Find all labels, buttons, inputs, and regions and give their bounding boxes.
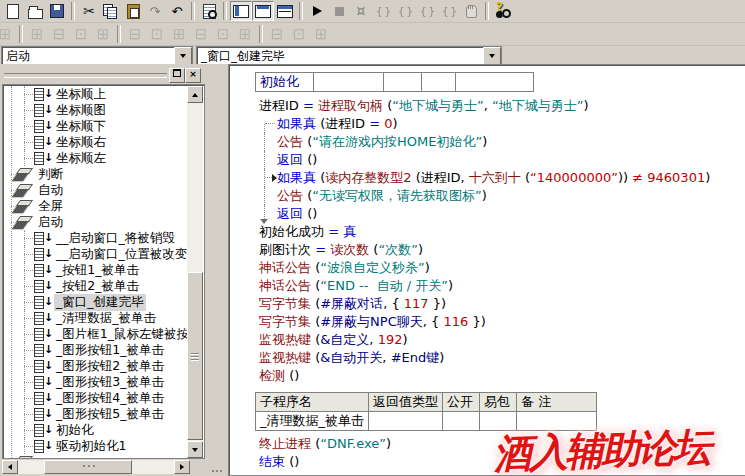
table-cell[interactable] — [456, 73, 534, 92]
code-line[interactable]: 刷图计次 = 读次数 (“次数”) — [231, 241, 745, 259]
tree-item[interactable]: 坐标顺上 — [4, 86, 187, 102]
horizontal-scroll-thumb[interactable] — [44, 460, 132, 474]
panel-float-button[interactable] — [169, 68, 185, 83]
subroutine-icon — [34, 248, 51, 261]
code-line[interactable]: 结束 () — [231, 453, 745, 471]
tree-horizontal-scrollbar[interactable] — [2, 460, 190, 474]
code-line[interactable]: 如果真 (读内存整数型2 (进程ID, 十六到十 (“140000000”)) … — [231, 169, 745, 187]
object-combobox-value[interactable]: 启动 — [2, 47, 174, 65]
object-combobox[interactable]: 启动 — [1, 46, 193, 66]
code-line[interactable]: 返回 () — [231, 151, 745, 169]
vertical-scroll-thumb[interactable] — [187, 272, 203, 440]
code-line[interactable]: 公告 (“请在游戏内按HOME初始化”) — [231, 133, 745, 151]
tree-item[interactable]: _图形按钮2_被单击 — [4, 358, 187, 374]
redo-icon — [146, 3, 164, 19]
tree-item[interactable]: 全屏 — [4, 198, 187, 214]
table-cell[interactable] — [314, 73, 384, 92]
tree-item[interactable]: _图形按钮3_被单击 — [4, 374, 187, 390]
scroll-up-button[interactable] — [187, 86, 203, 103]
tree-item[interactable]: __启动窗口_将被销毁 — [4, 230, 187, 246]
undo-button[interactable] — [166, 1, 188, 21]
copy-button[interactable] — [100, 1, 122, 21]
table-cell[interactable] — [443, 412, 480, 431]
tree-item-label: _图片框1_鼠标左键被按下 — [54, 326, 187, 343]
tree-item-label: 判断 — [36, 166, 65, 183]
event-combobox-value[interactable]: _窗口_创建完毕 — [197, 47, 483, 65]
tree-connector — [24, 270, 33, 271]
table-row: _清理数据_被单击 — [256, 412, 597, 431]
table-cell[interactable] — [480, 412, 517, 431]
scroll-down-button[interactable] — [187, 441, 203, 458]
tree-item[interactable]: 坐标顺左 — [4, 150, 187, 166]
object-combobox-dropdown-button[interactable] — [174, 47, 192, 65]
panel-close-button[interactable]: × — [185, 68, 201, 83]
scroll-right-button[interactable] — [174, 460, 190, 474]
code-line[interactable]: 返回 () — [231, 205, 745, 223]
table-cell[interactable] — [422, 73, 456, 92]
tree-item[interactable]: __启动窗口_位置被改变 — [4, 246, 187, 262]
help-find-button[interactable] — [492, 1, 514, 21]
table-cell[interactable] — [517, 412, 597, 431]
tree-item[interactable]: _图形按钮5_被单击 — [4, 406, 187, 422]
tree-item[interactable]: 自动 — [4, 182, 187, 198]
table-cell[interactable] — [369, 412, 443, 431]
event-combobox-dropdown-button[interactable] — [483, 47, 501, 65]
code-line[interactable]: 监视热键 (&自定义, 192) — [231, 331, 745, 349]
window-layout-left-button[interactable] — [230, 1, 252, 21]
tree-vertical-scrollbar[interactable] — [187, 86, 203, 458]
tree-item[interactable]: _窗口_创建完毕 — [4, 294, 187, 310]
tree-item[interactable]: 判断 — [4, 166, 187, 182]
scroll-left-button[interactable] — [2, 460, 18, 474]
table-header-cell: 备 注 — [517, 393, 597, 412]
code-line[interactable]: 如果真 (进程ID = 0) — [231, 115, 745, 133]
panel-grip[interactable] — [4, 73, 167, 78]
tree-item[interactable]: 初始化 — [4, 422, 187, 438]
tree-item[interactable]: _图形按钮1_被单击 — [4, 342, 187, 358]
tree-item[interactable]: 坐标顺下 — [4, 118, 187, 134]
cut-button[interactable] — [78, 1, 100, 21]
code-line[interactable]: 监视热键 (&自动开关, #End键) — [231, 349, 745, 367]
toolbar-separator — [71, 2, 75, 20]
code-line[interactable]: 写字节集 (#屏蔽对话, { 117 }) — [231, 295, 745, 313]
tree-item[interactable]: _图片框1_鼠标左键被按下 — [4, 326, 187, 342]
panel-splitter[interactable] — [207, 64, 228, 476]
tree-item[interactable]: 驱动初始化1 — [4, 438, 187, 454]
code-line[interactable]: 公告 (“无读写权限，请先获取图标”) — [231, 187, 745, 205]
code-editor[interactable]: 初始化进程ID = 进程取句柄 (“地下城与勇士”, “地下城与勇士”)如果真 … — [231, 67, 745, 475]
paste-button[interactable] — [122, 1, 144, 21]
code-line[interactable]: 初始化成功 = 真 — [231, 223, 745, 241]
code-line[interactable]: 检测 () — [231, 367, 745, 385]
view-source-button[interactable] — [198, 1, 220, 21]
code-line[interactable]: 神话公告 (“波浪自定义秒杀”) — [231, 259, 745, 277]
assembly-icon — [16, 456, 33, 459]
tree-item[interactable]: 坐标顺右 — [4, 134, 187, 150]
save-button[interactable] — [46, 1, 68, 21]
tree-item[interactable]: 启动 — [4, 214, 187, 230]
workspace-panel-titlebar[interactable]: × — [0, 67, 207, 83]
tree-item[interactable]: 坐标顺图 — [4, 102, 187, 118]
window-layout-top-button[interactable] — [252, 1, 274, 21]
code-line[interactable]: 终止进程 (“DNF.exe”) — [231, 435, 745, 453]
code-line[interactable]: 神话公告 (“END -- 自动 / 开关”) — [231, 277, 745, 295]
tree-connector — [24, 238, 33, 239]
tree-item[interactable]: _按钮2_被单击 — [4, 278, 187, 294]
open-file-button[interactable] — [24, 1, 46, 21]
tree-item[interactable]: _图形按钮4_被单击 — [4, 390, 187, 406]
tree-item[interactable]: _按钮1_被单击 — [4, 262, 187, 278]
new-file-button[interactable] — [2, 1, 24, 21]
table-cell[interactable]: _清理数据_被单击 — [256, 412, 369, 431]
size-width-button — [266, 24, 288, 44]
event-combobox[interactable]: _窗口_创建完毕 — [196, 46, 502, 66]
tree-item[interactable]: CALL — [4, 454, 187, 458]
table-cell[interactable]: 初始化 — [256, 73, 314, 92]
subroutine-icon — [34, 296, 51, 309]
tree-connector — [24, 382, 33, 383]
tree-item[interactable]: _清理数据_被单击 — [4, 310, 187, 326]
run-button[interactable] — [306, 1, 328, 21]
code-line[interactable]: 写字节集 (#屏蔽与NPC聊天, { 116 }) — [231, 313, 745, 331]
subroutine-tree: 坐标顺上坐标顺图坐标顺下坐标顺右坐标顺左判断自动全屏启动__启动窗口_将被销毁_… — [4, 86, 187, 458]
window-layout-split-button[interactable] — [274, 1, 296, 21]
code-line[interactable]: 进程ID = 进程取句柄 (“地下城与勇士”, “地下城与勇士”) — [231, 97, 745, 115]
align-bottom-icon — [94, 26, 112, 42]
table-cell[interactable] — [384, 73, 422, 92]
